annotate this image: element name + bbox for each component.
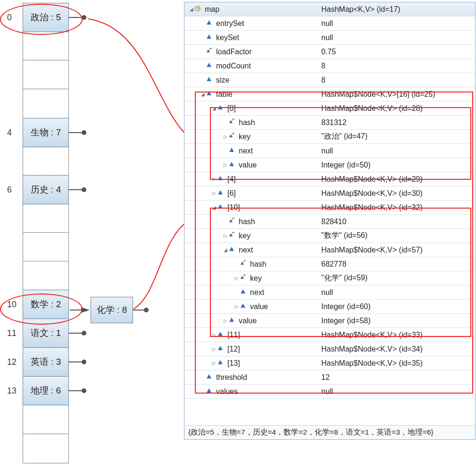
field-icon [229, 161, 236, 168]
debug-row-value: HashMap$Node<K,V> (id=28) [317, 104, 475, 113]
debugger-tree[interactable]: ◢mapHashMap<K,V> (id=17)entrySetnullkeyS… [184, 2, 475, 424]
debug-row[interactable]: nextnull [184, 144, 475, 158]
debug-row[interactable]: ▷Fkey"数学" (id=56) [184, 229, 475, 243]
array-index-label: 10 [7, 300, 17, 310]
debug-row[interactable]: ◢nextHashMap$Node<K,V> (id=57) [184, 243, 475, 257]
debug-row-name: loadFactor [216, 48, 252, 56]
debug-row[interactable]: size8 [184, 73, 475, 87]
debug-row[interactable]: ◢[0]HashMap$Node<K,V> (id=28) [184, 101, 475, 116]
debug-row[interactable]: Fhash682778 [184, 257, 475, 271]
array-slot-13: 13地理 : 6 [23, 376, 69, 405]
debug-row[interactable]: ▷[11]HashMap$Node<K,V> (id=33) [184, 328, 475, 342]
debug-row-name: value [239, 317, 257, 325]
debug-row-value: HashMap$Node<K,V>[16] (id=25) [317, 90, 475, 99]
debug-row-name: hash [239, 118, 255, 127]
expand-closed-icon[interactable]: ▷ [234, 276, 240, 281]
debug-row-value: HashMap$Node<K,V> (id=32) [317, 203, 475, 212]
field-icon [240, 289, 247, 296]
debug-row[interactable]: ▷[13]HashMap$Node<K,V> (id=35) [184, 356, 475, 370]
field-icon: F [240, 260, 247, 268]
debug-row[interactable]: ◢mapHashMap<K,V> (id=17) [184, 2, 475, 17]
debug-row[interactable]: ◢[10]HashMap$Node<K,V> (id=32) [184, 201, 475, 215]
debug-row[interactable]: valuesnull [184, 385, 475, 399]
debug-row[interactable]: ▷valueInteger (id=60) [184, 300, 475, 314]
expand-closed-icon[interactable]: ▷ [222, 318, 229, 323]
debug-row-value: HashMap$Node<K,V> (id=35) [317, 359, 475, 368]
expand-closed-icon[interactable]: ▷ [234, 304, 240, 309]
array-slot-label: 地理 : 6 [31, 385, 61, 397]
array-slot-label: 历史 : 4 [31, 184, 61, 196]
expand-closed-icon[interactable]: ▷ [222, 233, 229, 238]
debug-row[interactable]: keySetnull [184, 31, 475, 45]
array-slot-label: 数学 : 2 [31, 298, 61, 311]
chain-node-10: 化学 : 8 [91, 297, 133, 323]
debug-row[interactable]: Fhash831312 [184, 116, 475, 130]
array-slot-14 [23, 405, 68, 434]
debug-row-name: key [250, 274, 262, 283]
array-slot-7 [23, 204, 68, 233]
debug-row[interactable]: modCount8 [184, 59, 475, 73]
expand-closed-icon[interactable]: ▷ [222, 162, 229, 168]
debug-row-name: [10] [227, 203, 240, 212]
field-icon [206, 374, 213, 381]
expand-open-icon[interactable]: ◢ [188, 7, 195, 12]
debug-row-name: table [216, 90, 233, 99]
debug-row[interactable]: FloadFactor0.75 [184, 45, 475, 59]
field-icon: F [206, 48, 213, 55]
debug-row-value: 8 [317, 76, 475, 84]
debug-row-value: "政治" (id=47) [317, 132, 475, 142]
debug-row[interactable]: ▷valueInteger (id=50) [184, 158, 475, 172]
expand-open-icon[interactable]: ◢ [211, 106, 217, 111]
debug-row[interactable]: entrySetnull [184, 17, 475, 31]
debug-row-name: next [250, 288, 264, 297]
chain-node-label: 化学 : 8 [97, 304, 127, 316]
expand-open-icon[interactable]: ◢ [211, 205, 217, 210]
debug-row-name: map [205, 5, 219, 14]
field-icon [206, 76, 213, 84]
debug-row[interactable]: ▷[12]HashMap$Node<K,V> (id=34) [184, 342, 475, 356]
field-icon [217, 190, 225, 197]
expand-closed-icon[interactable]: ▷ [222, 134, 229, 139]
debug-row-name: value [239, 161, 257, 169]
expand-open-icon[interactable]: ◢ [200, 92, 206, 97]
expand-closed-icon[interactable]: ▷ [211, 361, 217, 366]
debug-row-name: next [239, 246, 253, 254]
debug-row-name: key [239, 232, 251, 240]
array-slot-label: 语文 : 1 [31, 327, 61, 339]
debug-row[interactable]: threshold12 [184, 370, 475, 385]
debug-row[interactable]: ▷valueInteger (id=58) [184, 314, 475, 328]
array-slot-9 [23, 261, 68, 290]
debug-row-name: [11] [227, 331, 240, 339]
expand-closed-icon[interactable]: ▷ [211, 191, 217, 196]
expand-closed-icon[interactable]: ▷ [211, 176, 217, 182]
debug-row-name: value [250, 302, 268, 311]
debug-row[interactable]: Fhash828410 [184, 215, 475, 229]
array-index-label: 12 [7, 357, 17, 367]
expand-open-icon[interactable]: ◢ [222, 247, 229, 252]
debug-row-value: null [317, 19, 475, 28]
debug-row-name: values [216, 387, 238, 396]
field-icon [206, 91, 213, 98]
debug-row-name: [4] [227, 175, 236, 184]
expand-closed-icon[interactable]: ▷ [211, 332, 217, 337]
field-icon [217, 204, 225, 211]
debug-row-value: null [317, 147, 475, 155]
debug-row-value: HashMap$Node<K,V> (id=29) [317, 175, 475, 184]
debug-row[interactable]: ▷[6]HashMap$Node<K,V> (id=30) [184, 186, 475, 201]
debug-row[interactable]: ◢tableHashMap$Node<K,V>[16] (id=25) [184, 87, 475, 101]
debug-row[interactable]: ▷Fkey"政治" (id=47) [184, 130, 475, 144]
field-icon [206, 62, 213, 69]
debug-row-name: next [239, 147, 253, 155]
debug-row-value: 828410 [317, 218, 475, 226]
debug-row[interactable]: ▷Fkey"化学" (id=59) [184, 271, 475, 285]
array-index-label: 0 [7, 13, 12, 23]
debug-row-value: 0.75 [317, 48, 475, 56]
debug-row-name: key [239, 133, 251, 141]
debug-row-name: [12] [227, 345, 240, 353]
debug-row[interactable]: nextnull [184, 285, 475, 300]
array-slot-0: 0政治 : 5 [23, 3, 69, 32]
expand-closed-icon[interactable]: ▷ [211, 346, 217, 352]
debug-row[interactable]: ▷[4]HashMap$Node<K,V> (id=29) [184, 172, 475, 186]
clock-icon [195, 6, 202, 13]
array-slot-3 [23, 89, 68, 118]
